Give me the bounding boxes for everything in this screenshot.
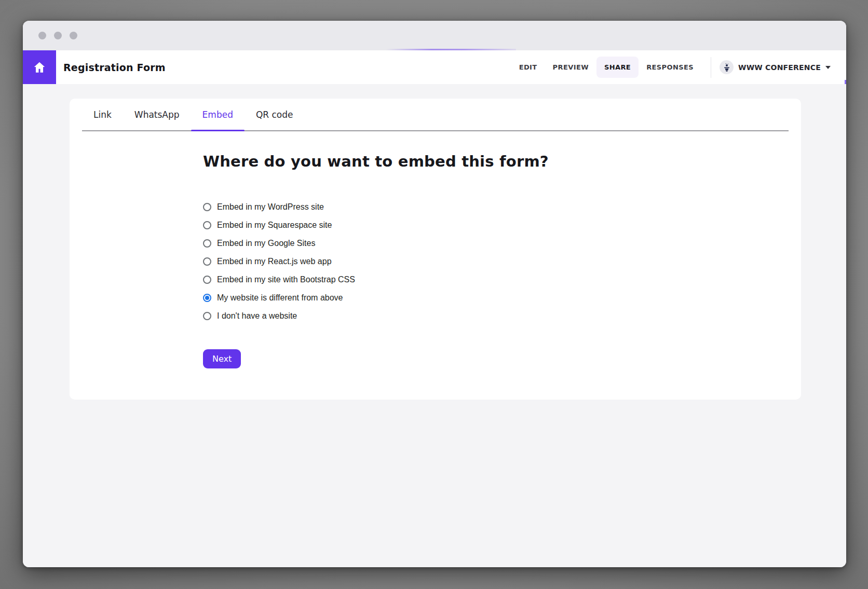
nav-edit[interactable]: EDIT	[511, 57, 545, 78]
share-tabs: Link WhatsApp Embed QR code	[82, 99, 789, 131]
workspace-menu[interactable]: WWW CONFERENCE	[720, 60, 831, 74]
option-label: I don't have a website	[217, 311, 297, 321]
embed-option-no-website[interactable]: I don't have a website	[203, 311, 297, 321]
option-label: My website is different from above	[217, 293, 343, 303]
browser-titlebar	[23, 21, 846, 50]
next-button[interactable]: Next	[203, 349, 241, 368]
embed-option-bootstrap[interactable]: Embed in my site with Bootstrap CSS	[203, 275, 355, 284]
option-label: Embed in my site with Bootstrap CSS	[217, 275, 355, 284]
embed-option-react[interactable]: Embed in my React.js web app	[203, 257, 332, 266]
option-label: Embed in my Google Sites	[217, 239, 315, 248]
panel-heading: Where do you want to embed this form?	[203, 153, 801, 170]
nav-responses[interactable]: RESPONSES	[639, 57, 701, 78]
tab-whatsapp[interactable]: WhatsApp	[123, 99, 191, 130]
nav-preview[interactable]: PREVIEW	[545, 57, 596, 78]
top-navigation: EDIT PREVIEW SHARE RESPONSES	[511, 50, 846, 84]
option-label: Embed in my Squarespace site	[217, 221, 332, 230]
form-title: Registration Form	[63, 62, 166, 73]
workspace-name: WWW CONFERENCE	[738, 63, 821, 72]
app-header: Registration Form EDIT PREVIEW SHARE RES…	[23, 50, 846, 84]
share-panel-card: Link WhatsApp Embed QR code Where do you…	[70, 99, 801, 400]
embed-option-different-website[interactable]: My website is different from above	[203, 293, 343, 303]
embed-option-squarespace[interactable]: Embed in my Squarespace site	[203, 221, 332, 230]
window-control-dot[interactable]	[70, 32, 77, 39]
radio-button[interactable]	[203, 312, 211, 320]
option-label: Embed in my React.js web app	[217, 257, 332, 266]
radio-button[interactable]	[203, 276, 211, 284]
nav-share[interactable]: SHARE	[596, 57, 639, 78]
workspace-avatar	[720, 60, 734, 74]
radio-button[interactable]	[203, 239, 211, 248]
window-control-dot[interactable]	[54, 32, 62, 39]
embed-option-wordpress[interactable]: Embed in my WordPress site	[203, 202, 324, 212]
page-content: Link WhatsApp Embed QR code Where do you…	[23, 84, 846, 567]
tab-qr-code[interactable]: QR code	[245, 99, 305, 130]
radio-button[interactable]	[203, 257, 211, 266]
home-icon	[33, 61, 46, 74]
podium-speaker-icon	[722, 63, 731, 72]
tab-embed[interactable]: Embed	[191, 99, 245, 130]
option-label: Embed in my WordPress site	[217, 202, 324, 212]
nav-divider	[711, 57, 711, 78]
radio-button-selected[interactable]	[203, 294, 211, 302]
radio-button[interactable]	[203, 203, 211, 211]
home-button[interactable]	[23, 50, 56, 84]
window-control-dot[interactable]	[38, 32, 46, 39]
chevron-down-icon	[825, 66, 831, 69]
embed-option-google-sites[interactable]: Embed in my Google Sites	[203, 239, 315, 248]
radio-button[interactable]	[203, 221, 211, 229]
embed-panel: Where do you want to embed this form? Em…	[70, 131, 801, 368]
desktop-background: Registration Form EDIT PREVIEW SHARE RES…	[0, 0, 868, 589]
browser-window: Registration Form EDIT PREVIEW SHARE RES…	[23, 21, 846, 567]
tab-link[interactable]: Link	[82, 99, 123, 130]
